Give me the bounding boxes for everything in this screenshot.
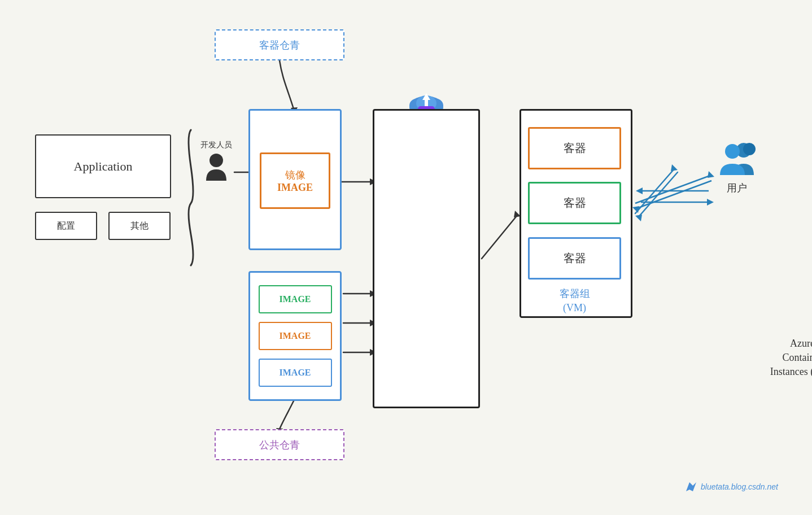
- users-area: 用户: [714, 140, 759, 195]
- private-registry-label: 客器仓青: [259, 38, 300, 52]
- other-label: 其他: [130, 220, 149, 232]
- private-registry-box: 客器仓青: [215, 29, 344, 60]
- diagram-container: Application 配置 其他 开发人员 客器仓青 镜像 IMAGE: [0, 0, 812, 515]
- svg-point-22: [209, 154, 223, 167]
- image-label-en: IMAGE: [277, 182, 313, 194]
- svg-marker-15: [635, 215, 642, 221]
- container-3-label: 客器: [564, 251, 586, 266]
- developer-person: 开发人员: [200, 140, 232, 184]
- svg-marker-21: [632, 206, 639, 213]
- image-orange-label: IMAGE: [280, 331, 311, 341]
- aci-label: Azure Container Instances (ACI): [752, 337, 812, 379]
- container-3: 客器: [528, 237, 621, 280]
- container-1-label: 客器: [564, 141, 586, 156]
- other-box: 其他: [108, 212, 171, 240]
- svg-line-18: [635, 175, 711, 203]
- container-group-label: 客器组 (VM): [525, 287, 624, 315]
- watermark-text: bluetata.blog.csdn.net: [701, 482, 778, 491]
- config-box: 配置: [35, 212, 97, 240]
- container-2: 客器: [528, 182, 621, 224]
- image-blue-label: IMAGE: [280, 368, 311, 378]
- public-registry-label: 公共仓青: [259, 438, 300, 452]
- config-label: 配置: [57, 220, 75, 232]
- app-label: Application: [74, 159, 133, 174]
- svg-marker-19: [708, 171, 714, 178]
- person-icon: [204, 152, 229, 184]
- svg-marker-37: [707, 199, 714, 206]
- svg-line-20: [635, 181, 711, 209]
- svg-marker-38: [686, 482, 696, 491]
- watermark: bluetata.blog.csdn.net: [685, 481, 778, 492]
- aci-box: Azure Container Instances (ACI): [373, 109, 480, 408]
- svg-line-12: [635, 168, 675, 213]
- svg-point-33: [743, 143, 756, 155]
- container-1: 客器: [528, 127, 621, 169]
- public-registry-box: 公共仓青: [215, 429, 344, 460]
- svg-line-10: [482, 215, 518, 259]
- users-label: 用户: [727, 181, 747, 195]
- image-box-top: 镜像 IMAGE: [260, 152, 330, 209]
- image-green-label: IMAGE: [280, 294, 311, 304]
- container-2-label: 客器: [564, 195, 586, 211]
- svg-marker-35: [636, 187, 643, 194]
- image-box-orange2: IMAGE: [259, 322, 332, 350]
- svg-marker-13: [671, 164, 678, 171]
- app-box: Application: [35, 134, 171, 198]
- developer-label: 开发人员: [200, 140, 232, 150]
- blue-container-bottom: IMAGE IMAGE IMAGE: [248, 271, 342, 401]
- image-box-green: IMAGE: [259, 285, 332, 313]
- image-box-blue2: IMAGE: [259, 359, 332, 387]
- image-label-cn: 镜像: [285, 168, 305, 182]
- svg-point-32: [725, 144, 740, 159]
- users-icon: [714, 140, 759, 177]
- svg-line-14: [638, 172, 678, 217]
- azure-logo-small: [685, 481, 696, 492]
